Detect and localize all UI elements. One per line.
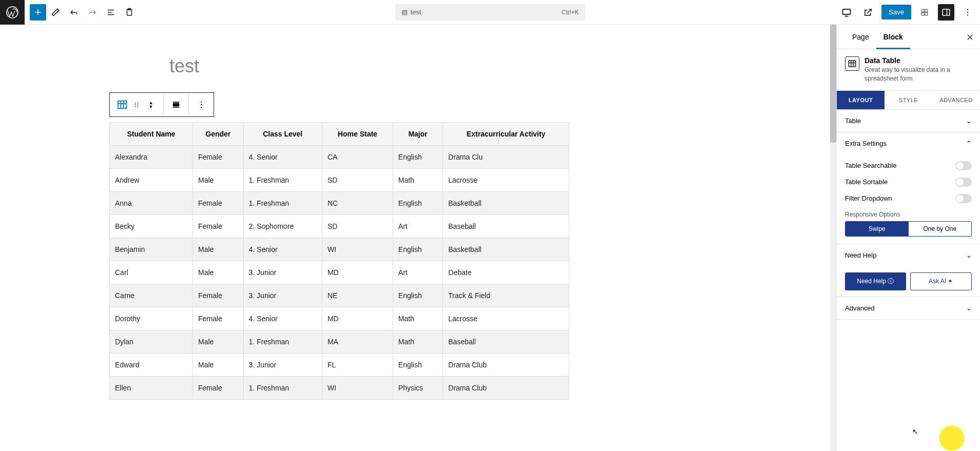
redo-icon[interactable]: [83, 0, 102, 25]
table-header-cell[interactable]: Class Level: [243, 123, 322, 146]
table-cell[interactable]: Carrie: [110, 284, 193, 307]
table-cell[interactable]: Lacrosse: [443, 307, 569, 330]
move-arrows-icon[interactable]: ▲▼: [145, 99, 157, 111]
table-searchable-toggle[interactable]: [955, 161, 972, 170]
table-cell[interactable]: Math: [393, 169, 443, 192]
table-cell[interactable]: Debate: [443, 261, 569, 284]
drag-handle-icon[interactable]: [130, 99, 143, 111]
table-cell[interactable]: Female: [193, 377, 244, 400]
table-cell[interactable]: Female: [193, 284, 244, 307]
table-cell[interactable]: 3. Junior: [243, 261, 322, 284]
edit-tool-icon[interactable]: [46, 0, 65, 25]
save-button[interactable]: Save: [881, 5, 911, 19]
table-cell[interactable]: English: [393, 146, 443, 169]
table-cell[interactable]: Ellen: [110, 377, 193, 400]
table-cell[interactable]: Drama Club: [443, 377, 569, 400]
table-row[interactable]: AlexandraFemale4. SeniorCAEnglishDrama C…: [110, 146, 569, 169]
table-header-cell[interactable]: Major: [393, 123, 443, 146]
subtab-advanced[interactable]: ADVANCED: [932, 91, 980, 109]
table-cell[interactable]: Becky: [110, 215, 193, 238]
scrollbar-thumb[interactable]: [830, 25, 836, 143]
table-row[interactable]: DylanMale1. FreshmanMAMathBaseball: [110, 330, 569, 354]
table-cell[interactable]: English: [393, 284, 443, 307]
subtab-layout[interactable]: LAYOUT: [837, 91, 885, 109]
table-cell[interactable]: MD: [322, 261, 393, 284]
table-cell[interactable]: Anna: [110, 192, 193, 215]
table-row[interactable]: CarrieFemale3. JuniorNEEnglishTrack & Fi…: [110, 284, 569, 307]
table-cell[interactable]: Andrew: [110, 169, 193, 192]
table-cell[interactable]: Math: [393, 330, 443, 354]
section-need-help[interactable]: Need Help ⌄: [837, 244, 980, 266]
table-cell[interactable]: 1. Freshman: [243, 330, 322, 354]
editor-scrollbar[interactable]: [830, 25, 836, 451]
table-cell[interactable]: Edward: [110, 354, 193, 377]
more-options-icon[interactable]: [959, 4, 976, 21]
undo-icon[interactable]: [65, 0, 83, 25]
table-cell[interactable]: Dorothy: [110, 307, 193, 330]
ask-ai-button[interactable]: Ask AI ✦: [910, 272, 972, 290]
table-row[interactable]: EdwardMale3. JuniorFLEnglishDrama Club: [110, 354, 569, 377]
table-header-cell[interactable]: Home State: [322, 123, 393, 146]
section-extra-settings[interactable]: Extra Settings ⌃: [837, 132, 980, 154]
page-title[interactable]: test: [169, 55, 836, 77]
table-row[interactable]: CarlMale3. JuniorMDArtDebate: [110, 261, 569, 284]
table-cell[interactable]: Female: [193, 215, 244, 238]
block-type-table-icon[interactable]: [116, 99, 128, 111]
table-cell[interactable]: Drama Clu: [443, 146, 569, 169]
table-cell[interactable]: Baseball: [443, 330, 569, 354]
table-cell[interactable]: Baseball: [443, 215, 569, 238]
table-sortable-toggle[interactable]: [955, 178, 972, 187]
plugin-icon[interactable]: [916, 4, 933, 21]
table-cell[interactable]: Dylan: [110, 330, 193, 354]
table-cell[interactable]: Basketball: [443, 192, 569, 215]
table-cell[interactable]: Drama Club: [443, 354, 569, 377]
table-cell[interactable]: Art: [393, 261, 443, 284]
table-header-cell[interactable]: Extracurricular Activity: [443, 123, 569, 146]
table-cell[interactable]: 3. Junior: [243, 354, 322, 377]
table-cell[interactable]: CA: [322, 146, 393, 169]
tab-page[interactable]: Page: [845, 25, 876, 49]
need-help-button[interactable]: Need Help ⓘ: [845, 272, 906, 290]
table-cell[interactable]: Female: [193, 146, 244, 169]
table-row[interactable]: BeckyFemale2. SophomoreSDArtBaseball: [110, 215, 569, 238]
table-cell[interactable]: English: [393, 238, 443, 261]
table-cell[interactable]: English: [393, 192, 443, 215]
table-cell[interactable]: Male: [193, 238, 244, 261]
align-icon[interactable]: [170, 99, 182, 111]
external-link-icon[interactable]: [860, 4, 876, 21]
desktop-view-icon[interactable]: [838, 4, 855, 21]
wordpress-logo[interactable]: [0, 0, 25, 25]
table-cell[interactable]: Lacrosse: [443, 169, 569, 192]
table-row[interactable]: AnnaFemale1. FreshmanNCEnglishBasketball: [110, 192, 569, 215]
table-cell[interactable]: MD: [322, 307, 393, 330]
table-cell[interactable]: 4. Senior: [243, 146, 322, 169]
table-cell[interactable]: FL: [322, 354, 393, 377]
tab-block[interactable]: Block: [876, 25, 910, 49]
table-cell[interactable]: WI: [322, 377, 393, 400]
block-more-icon[interactable]: [195, 99, 207, 111]
table-cell[interactable]: Female: [193, 307, 244, 330]
table-cell[interactable]: Male: [193, 261, 244, 284]
table-cell[interactable]: Math: [393, 307, 443, 330]
table-cell[interactable]: English: [393, 354, 443, 377]
table-cell[interactable]: WI: [322, 238, 393, 261]
document-command-bar[interactable]: ▤ test Ctrl+K: [395, 4, 585, 21]
table-header-cell[interactable]: Student Name: [110, 123, 193, 146]
table-cell[interactable]: Benjamin: [110, 238, 193, 261]
table-cell[interactable]: Carl: [110, 261, 193, 284]
table-cell[interactable]: Art: [393, 215, 443, 238]
table-cell[interactable]: Track & Field: [443, 284, 569, 307]
table-row[interactable]: DorothyFemale4. SeniorMDMathLacrosse: [110, 307, 569, 330]
table-cell[interactable]: 3. Junior: [243, 284, 322, 307]
responsive-swipe-button[interactable]: Swipe: [846, 222, 909, 236]
subtab-style[interactable]: STYLE: [885, 91, 932, 109]
table-header-cell[interactable]: Gender: [193, 123, 244, 146]
table-cell[interactable]: Alexandra: [110, 146, 193, 169]
data-table-block[interactable]: Student NameGenderClass LevelHome StateM…: [109, 122, 569, 400]
section-table[interactable]: Table ⌄: [837, 110, 980, 132]
table-cell[interactable]: NC: [322, 192, 393, 215]
table-cell[interactable]: 1. Freshman: [243, 192, 322, 215]
section-advanced[interactable]: Advanced ⌄: [837, 297, 980, 319]
table-cell[interactable]: Basketball: [443, 238, 569, 261]
table-cell[interactable]: Male: [193, 354, 244, 377]
